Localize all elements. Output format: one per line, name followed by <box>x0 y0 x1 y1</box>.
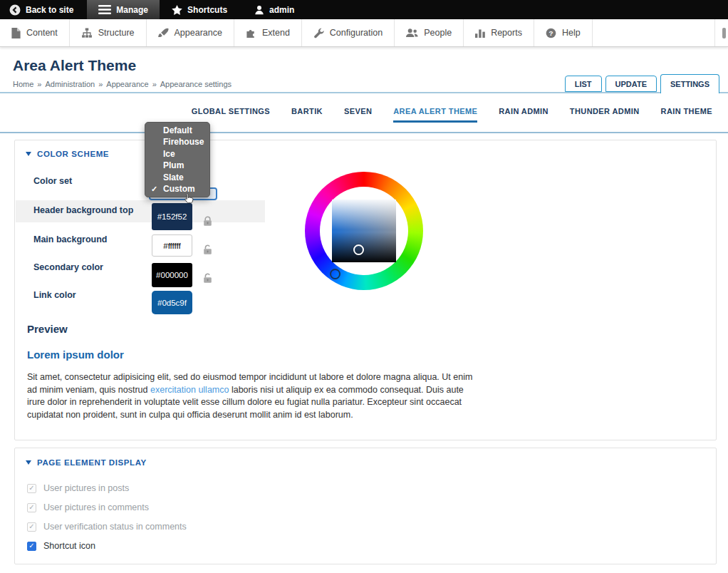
checkbox-user-pictures-posts: ✓ User pictures in posts <box>27 483 129 493</box>
toolbar-spacer <box>593 19 714 46</box>
shortcuts-tab[interactable]: Shortcuts <box>162 0 236 19</box>
tab-settings[interactable]: SETTINGS <box>660 74 719 93</box>
dropdown-option-default[interactable]: Default <box>145 125 209 136</box>
toolbar-label: Appearance <box>175 28 222 38</box>
check-icon: ✓ <box>151 183 157 195</box>
toolbar-item-help[interactable]: ? Help <box>534 19 593 46</box>
theme-tabs-divider-line <box>0 132 728 133</box>
page-element-display-section: PAGE ELEMENT DISPLAY ✓ User pictures in … <box>14 448 717 564</box>
link-color-input[interactable]: #0d5c9f <box>152 291 192 314</box>
toolbar-item-appearance[interactable]: Appearance <box>147 19 234 46</box>
preview-sample-paragraph: Sit amet, consectetur adipisicing elit, … <box>27 371 477 421</box>
toolbar-item-people[interactable]: People <box>395 19 464 46</box>
secondary-color-label: Secondary color <box>33 262 103 272</box>
back-to-site-button[interactable]: Back to site <box>0 0 83 19</box>
toolbar-label: Content <box>26 28 58 38</box>
toolbar-item-structure[interactable]: Structure <box>70 19 147 46</box>
toolbar-label: Extend <box>262 28 290 38</box>
color-set-label: Color set <box>33 176 72 186</box>
dropdown-option-plum[interactable]: Plum <box>145 160 209 171</box>
tab-rain-admin[interactable]: RAIN ADMIN <box>499 107 548 123</box>
file-icon <box>11 28 21 38</box>
checkbox-label: User pictures in posts <box>43 483 129 493</box>
toolbar-label: Help <box>562 28 581 38</box>
admin-menu-bar: Content Structure Appearance Extend Conf… <box>0 19 728 47</box>
toolbar-item-content[interactable]: Content <box>0 19 70 46</box>
tab-list[interactable]: LIST <box>565 76 602 92</box>
user-menu[interactable]: admin <box>245 0 303 19</box>
lock-open-icon[interactable] <box>203 273 212 284</box>
breadcrumb-link-administration[interactable]: Administration <box>45 80 95 88</box>
tab-bartik[interactable]: BARTIK <box>291 107 323 123</box>
checkbox-shortcut-icon[interactable]: ✓ Shortcut icon <box>27 541 95 551</box>
tab-update[interactable]: UPDATE <box>605 76 657 92</box>
header-background-top-input[interactable]: #152f52 <box>152 203 192 230</box>
checkbox-label: Shortcut icon <box>43 541 95 551</box>
tab-thunder-admin[interactable]: THUNDER ADMIN <box>570 107 640 123</box>
username-label: admin <box>269 5 294 15</box>
people-icon <box>406 28 418 38</box>
manage-tab[interactable]: Manage <box>87 0 160 19</box>
menu-icon <box>98 5 111 14</box>
dropdown-option-firehouse[interactable]: Firehouse <box>145 136 209 148</box>
tab-area-alert-theme[interactable]: AREA ALERT THEME <box>393 107 477 123</box>
checkbox-icon: ✓ <box>27 522 36 532</box>
color-set-dropdown-menu: Default Firehouse Ice Plum Slate ✓ Custo… <box>145 122 210 197</box>
header-background-top-label: Header background top <box>33 205 133 215</box>
checkbox-label: User pictures in comments <box>43 502 149 512</box>
breadcrumb-link-home[interactable]: Home <box>13 80 33 88</box>
wrench-icon <box>313 28 324 38</box>
tab-global-settings[interactable]: GLOBAL SETTINGS <box>192 107 270 123</box>
toolbar-label: Configuration <box>330 28 383 38</box>
main-background-input[interactable]: #ffffff <box>152 234 192 257</box>
dropdown-option-ice[interactable]: Ice <box>145 148 209 160</box>
checkbox-icon: ✓ <box>27 484 36 493</box>
breadcrumb-separator: » <box>37 80 41 88</box>
color-scheme-legend-label: COLOR SCHEME <box>37 150 109 158</box>
puzzle-icon <box>246 28 256 38</box>
toolbar-item-configuration[interactable]: Configuration <box>302 19 395 46</box>
back-icon <box>9 4 21 16</box>
sample-link[interactable]: exercitation ullamco <box>150 385 229 395</box>
checkbox-icon: ✓ <box>27 542 36 551</box>
dropdown-option-slate[interactable]: Slate <box>145 172 209 183</box>
color-scheme-legend[interactable]: COLOR SCHEME <box>26 150 109 158</box>
breadcrumb-separator: » <box>98 80 103 88</box>
secondary-color-input[interactable]: #000000 <box>152 263 192 287</box>
dropdown-option-custom[interactable]: ✓ Custom <box>145 183 209 195</box>
svg-text:?: ? <box>548 29 553 36</box>
main-background-label: Main background <box>33 234 107 244</box>
mouse-cursor <box>182 192 195 207</box>
breadcrumb: Home » Administration » Appearance » App… <box>13 80 232 88</box>
caret-down-icon <box>26 152 31 156</box>
toolbar-orientation-toggle[interactable] <box>714 19 728 46</box>
toolbar-label: Structure <box>98 28 135 38</box>
tab-rain-theme[interactable]: RAIN THEME <box>661 107 712 123</box>
lock-open-icon[interactable] <box>203 244 212 255</box>
breadcrumb-link-appearance[interactable]: Appearance <box>106 80 148 88</box>
color-scheme-section: COLOR SCHEME Color set Header background… <box>14 140 717 440</box>
breadcrumb-separator: » <box>152 80 157 88</box>
checkbox-user-pictures-comments: ✓ User pictures in comments <box>27 502 149 512</box>
preview-sample-heading: Lorem ipsum dolor <box>27 349 124 361</box>
saturation-marker[interactable] <box>353 244 364 255</box>
manage-label: Manage <box>116 5 148 15</box>
shortcuts-label: Shortcuts <box>187 5 227 15</box>
tab-seven[interactable]: SEVEN <box>344 107 372 123</box>
user-icon <box>254 5 264 15</box>
star-icon <box>172 5 182 15</box>
lock-closed-icon[interactable] <box>203 216 212 227</box>
breadcrumb-link-appearance-settings[interactable]: Appearance settings <box>160 80 232 88</box>
caret-down-icon <box>26 460 31 465</box>
hue-marker[interactable] <box>330 269 340 279</box>
toolbar-item-extend[interactable]: Extend <box>234 19 302 46</box>
page-element-display-legend-label: PAGE ELEMENT DISPLAY <box>37 458 147 467</box>
page-element-display-legend[interactable]: PAGE ELEMENT DISPLAY <box>26 458 147 467</box>
saturation-lightness-square[interactable] <box>332 200 396 262</box>
toolbar-label: Reports <box>491 28 522 38</box>
checkbox-icon: ✓ <box>27 503 36 512</box>
link-color-label: Link color <box>33 290 76 300</box>
bar-chart-icon <box>475 28 485 38</box>
help-icon: ? <box>546 28 556 38</box>
toolbar-item-reports[interactable]: Reports <box>464 19 534 46</box>
